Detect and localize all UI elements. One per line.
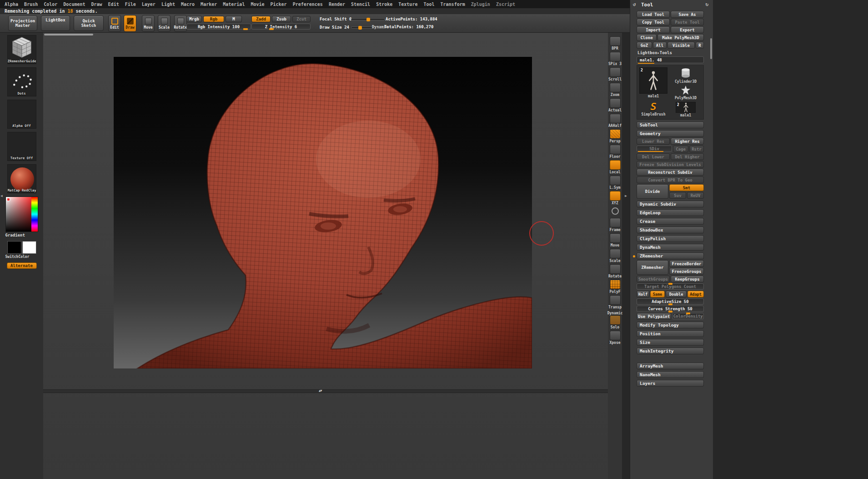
menu-item-material[interactable]: Material — [223, 2, 245, 7]
section-layers[interactable]: Layers — [637, 380, 704, 387]
shelf-item-frame[interactable]: Frame — [609, 218, 620, 232]
menu-item-movie[interactable]: Movie — [251, 2, 264, 7]
adapt-toggle[interactable]: Adapt — [687, 291, 704, 297]
alpha-off-thumb[interactable]: Alpha Off — [7, 100, 36, 129]
section-shadowbox[interactable]: ShadowBox — [637, 227, 704, 233]
z-intensity-slider[interactable]: Z Intensity 6 — [251, 24, 311, 30]
keep-groups-toggle[interactable]: KeepGroups — [671, 276, 704, 282]
menu-item-texture[interactable]: Texture — [398, 2, 417, 7]
section-dynamic-subdiv[interactable]: Dynamic Subdiv — [637, 201, 704, 207]
alternate-button[interactable]: Alternate — [7, 262, 37, 269]
secondary-color-swatch[interactable] — [22, 241, 36, 254]
menu-item-light[interactable]: Light — [161, 2, 175, 7]
menu-item-zplugin[interactable]: Zplugin — [471, 2, 490, 7]
main-color-swatch[interactable] — [7, 241, 21, 254]
draw-size-handle[interactable] — [358, 26, 362, 30]
texture-off-thumb[interactable]: Texture Off — [7, 132, 36, 161]
quick-sketch-button[interactable]: Quick Sketch — [74, 15, 104, 31]
load-tool-button[interactable]: Load Tool — [637, 11, 670, 18]
shelf-item-solo[interactable]: Dynamic Solo — [607, 311, 623, 329]
adaptive-size-handle[interactable] — [668, 303, 672, 305]
make-polymesh3d-button[interactable]: Make PolyMesh3D — [657, 34, 704, 41]
m-toggle[interactable]: M — [226, 16, 242, 22]
viewport[interactable]: ▲▼ — [43, 33, 608, 479]
section-crease[interactable]: Crease — [637, 218, 704, 225]
shelf-item-actual[interactable]: Actual — [608, 98, 622, 112]
shelf-item-persp[interactable]: Persp — [609, 129, 620, 143]
shelf-item-aahalf[interactable]: AAHalf — [608, 114, 622, 128]
stroke-zremesherguides-thumb[interactable]: ZRemesherGuides — [7, 35, 36, 64]
z-intensity-handle[interactable] — [269, 28, 274, 30]
mrgb-toggle[interactable]: Mrgb — [186, 16, 202, 22]
menu-item-render[interactable]: Render — [329, 2, 345, 7]
shelf-item-spin[interactable] — [612, 207, 619, 217]
section-geometry[interactable]: Geometry — [637, 130, 704, 137]
shelf-item-scroll[interactable]: Scroll — [608, 67, 622, 81]
shelf-item-polyf[interactable]: PolyF — [609, 280, 620, 294]
document-area[interactable] — [114, 57, 532, 368]
shelf-item-rotate[interactable]: Rotate — [608, 264, 622, 278]
save-as-button[interactable]: Save As — [671, 11, 704, 18]
rgb-intensity-slider[interactable]: Rgb Intensity 100 — [186, 24, 251, 30]
smt-toggle[interactable]: Smt — [669, 184, 704, 191]
same-button[interactable]: Same — [650, 291, 665, 297]
right-tray-collapse-arrow[interactable]: ▶ — [625, 194, 627, 198]
freeze-groups-toggle[interactable]: FreezeGroups — [669, 268, 704, 275]
lightbox-button[interactable]: LightBox — [41, 15, 70, 31]
menu-item-document[interactable]: Document — [63, 2, 85, 7]
lightbox-tools-link[interactable]: Lightbox▸Tools — [637, 50, 704, 55]
scale-mode-button[interactable]: Scale — [158, 15, 171, 32]
shelf-item-xpose[interactable]: Xpose — [609, 331, 620, 345]
stroke-dots-thumb[interactable]: Dots — [7, 67, 36, 96]
double-button[interactable]: Double — [666, 291, 687, 297]
goz-r-button[interactable]: R — [696, 42, 704, 49]
freeze-border-toggle[interactable]: FreezeBorder — [669, 260, 704, 267]
current-tool-field[interactable]: male1. 48 — [637, 56, 704, 63]
menu-item-zscript[interactable]: Zscript — [496, 2, 515, 7]
canvas-top-scrollbar[interactable] — [44, 34, 93, 35]
menu-item-macro[interactable]: Macro — [181, 2, 195, 7]
use-polypaint-toggle[interactable]: Use Polypaint — [637, 313, 671, 320]
tool-thumb-simplebrush[interactable]: S SimpleBrush — [639, 102, 668, 117]
edit-mode-button[interactable]: Edit — [108, 15, 121, 32]
rgb-toggle[interactable]: Rgb — [203, 16, 224, 22]
focal-shift-handle[interactable] — [366, 18, 370, 21]
projection-master-button[interactable]: Projection Master — [8, 15, 37, 31]
divide-button[interactable]: Divide — [637, 184, 668, 199]
half-button[interactable]: Half — [637, 291, 649, 297]
menu-item-brush[interactable]: Brush — [24, 2, 38, 7]
restore-icon[interactable]: ↻ — [705, 1, 708, 7]
menu-item-picker[interactable]: Picker — [271, 2, 287, 7]
section-size[interactable]: Size — [637, 339, 704, 346]
zadd-toggle[interactable]: Zadd — [251, 16, 271, 22]
section-subtool[interactable]: SubTool — [637, 121, 704, 128]
reconstruct-subdiv-button[interactable]: Reconstruct Subdiv — [637, 169, 704, 176]
left-tray-collapse-arrow[interactable]: ◀ — [0, 194, 3, 198]
section-position[interactable]: Position — [637, 330, 704, 337]
goz-all-button[interactable]: All — [653, 42, 667, 49]
section-zremesher[interactable]: ZRemesher — [637, 252, 704, 259]
shelf-item-floor[interactable]: Floor — [609, 145, 620, 159]
tool-thumb-male1[interactable]: 2 male1 — [639, 67, 668, 100]
rotate-mode-button[interactable]: Rotate — [174, 15, 187, 32]
switchcolor-label[interactable]: SwitchColor — [5, 255, 38, 259]
shelf-item-bpr[interactable]: BPR — [610, 36, 621, 50]
curves-strength-slider[interactable]: Curves Strength 50 — [637, 306, 704, 312]
menu-item-preferences[interactable]: Preferences — [293, 2, 323, 7]
goz-button[interactable]: GoZ — [637, 42, 652, 49]
circular-arrow-icon[interactable]: ↺ — [633, 1, 636, 7]
shelf-item-zoom[interactable]: Zoom — [610, 83, 621, 97]
menu-item-stencil[interactable]: Stencil — [351, 2, 370, 7]
section-arraymesh[interactable]: ArrayMesh — [637, 363, 704, 369]
draw-mode-button[interactable]: Draw — [124, 15, 136, 32]
menu-item-tool[interactable]: Tool — [423, 2, 434, 7]
menu-item-file[interactable]: File — [125, 2, 136, 7]
shelf-item-lsym[interactable]: L.Sym — [609, 176, 620, 190]
goz-visible-button[interactable]: Visible — [667, 42, 695, 49]
move-mode-button[interactable]: Move — [142, 15, 155, 32]
export-button[interactable]: Export — [671, 26, 704, 33]
tool-thumb-polymesh3d[interactable]: PolyMesh3D — [670, 85, 702, 100]
menu-item-stroke[interactable]: Stroke — [376, 2, 392, 7]
menu-item-layer[interactable]: Layer — [142, 2, 156, 7]
shelf-item-spix[interactable]: SPix 3 — [608, 52, 622, 66]
